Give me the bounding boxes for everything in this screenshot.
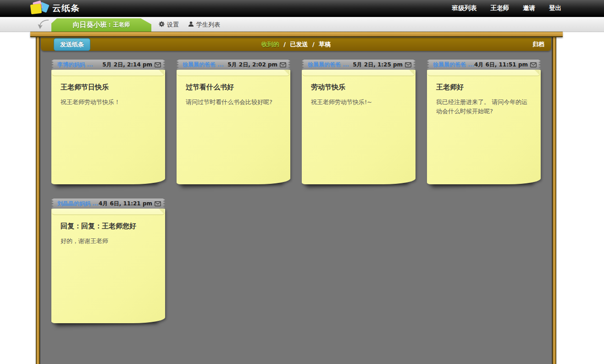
- notes-board: 李博的妈妈 ... 5月 2日, 2:14 pm 王老师节日快乐 祝王老师劳动节…: [40, 51, 552, 364]
- tab-settings[interactable]: 设置: [159, 17, 179, 32]
- note-filters: 收到的 / 已发送 / 草稿: [261, 40, 331, 49]
- filter-received[interactable]: 收到的: [261, 41, 279, 48]
- back-arrow-icon[interactable]: [37, 18, 50, 31]
- note-pad-strip: [52, 70, 165, 76]
- note-body[interactable]: 回复：回复：王老师您好 好的，谢谢王老师: [51, 209, 165, 323]
- class-tab-name: 向日葵小班: [73, 21, 107, 29]
- note-pad-strip: [177, 70, 290, 76]
- envelope-icon[interactable]: [280, 62, 286, 67]
- note-card: 徐晨晨的爸爸 ... 5月 2日, 1:25 pm 劳动节快乐 祝王老师劳动节快…: [302, 60, 416, 184]
- envelope-icon[interactable]: [155, 201, 161, 206]
- note-text: 好的，谢谢王老师: [51, 231, 165, 246]
- note-text: 祝王老师劳动节快乐！: [51, 92, 165, 107]
- filter-draft[interactable]: 草稿: [319, 41, 331, 48]
- note-header: 李博的妈妈 ... 5月 2日, 2:14 pm: [51, 60, 165, 70]
- note-title: 过节看什么书好: [177, 76, 290, 92]
- note-sender-link[interactable]: 徐晨晨的爸爸 ...: [183, 61, 224, 69]
- note-sender-link[interactable]: 刘晶晶的妈妈 ...: [57, 200, 99, 208]
- board-frame-top: [30, 32, 563, 37]
- note-sender-link[interactable]: 徐晨晨的爸爸 ...: [308, 61, 349, 69]
- sticky-notes-logo-icon: [29, 1, 50, 16]
- note-text: 祝王老师劳动节快乐!~: [302, 92, 416, 107]
- tab-student-list[interactable]: 学生列表: [188, 17, 220, 32]
- note-sender-link[interactable]: 徐晨晨的爸爸 ...: [433, 61, 474, 69]
- app-title: 云纸条: [52, 2, 80, 14]
- board-frame-right: [552, 37, 556, 364]
- note-header: 徐晨晨的爸爸 ... 5月 2日, 1:25 pm: [302, 60, 416, 70]
- note-title: 劳动节快乐: [302, 76, 416, 92]
- archive-link[interactable]: 归档: [532, 40, 544, 49]
- note-body[interactable]: 王老师节日快乐 祝王老师劳动节快乐！: [51, 70, 165, 184]
- nav-logout-link[interactable]: 登出: [549, 4, 561, 12]
- note-title: 王老师节日快乐: [51, 76, 165, 92]
- note-body[interactable]: 过节看什么书好 请问过节时看什么书会比较好呢?: [177, 70, 290, 184]
- gear-icon: [159, 21, 165, 28]
- brand-home-link[interactable]: 云纸条: [29, 1, 80, 16]
- nav-invite-link[interactable]: 邀请: [523, 4, 535, 12]
- nav-class-list-link[interactable]: 班级列表: [452, 4, 477, 12]
- note-date: 4月 6日, 11:21 pm: [99, 200, 152, 208]
- tab-bar: 向日葵小班 : 王老师 设置 学生列表: [0, 17, 604, 32]
- note-card: 李博的妈妈 ... 5月 2日, 2:14 pm 王老师节日快乐 祝王老师劳动节…: [51, 60, 165, 184]
- board-frame-left: [36, 37, 40, 364]
- note-header: 徐晨晨的爸爸 ... 4月 6日, 11:51 pm: [427, 60, 541, 70]
- person-icon: [188, 21, 194, 28]
- note-card: 徐晨晨的爸爸 ... 5月 2日, 2:02 pm 过节看什么书好 请问过节时看…: [177, 60, 290, 184]
- note-date: 5月 2日, 2:14 pm: [102, 61, 152, 69]
- note-header: 徐晨晨的爸爸 ... 5月 2日, 2:02 pm: [177, 60, 290, 70]
- note-header: 刘晶晶的妈妈 ... 4月 6日, 11:21 pm: [51, 199, 165, 209]
- filter-sent[interactable]: 已发送: [290, 41, 308, 48]
- app-window: 云纸条 班级列表 王老师 邀请 登出 向日葵小班 : 王老师: [0, 0, 604, 364]
- note-sender-link[interactable]: 李博的妈妈 ...: [57, 61, 93, 69]
- logo-sheet-yellow: [30, 4, 42, 15]
- tab-class-active[interactable]: 向日葵小班 : 王老师: [51, 18, 151, 32]
- note-title: 王老师好: [427, 76, 541, 92]
- note-pad-strip: [52, 209, 165, 215]
- filter-separator: /: [283, 41, 286, 48]
- note-text: 我已经注册进来了。 请问今年的运动会什么时候开始呢?: [427, 92, 541, 116]
- note-card: 徐晨晨的爸爸 ... 4月 6日, 11:51 pm 王老师好 我已经注册进来了…: [427, 60, 541, 184]
- send-note-button[interactable]: 发送纸条: [54, 38, 90, 51]
- note-card: 刘晶晶的妈妈 ... 4月 6日, 11:21 pm 回复：回复：王老师您好 好…: [51, 199, 165, 323]
- notes-board-area: 发送纸条 收到的 / 已发送 / 草稿 归档 李博的妈妈 ... 5月 2日, …: [40, 37, 552, 364]
- note-date: 4月 6日, 11:51 pm: [474, 61, 528, 69]
- top-navigation: 班级列表 王老师 邀请 登出: [438, 4, 604, 12]
- envelope-icon[interactable]: [530, 62, 537, 67]
- envelope-icon[interactable]: [155, 62, 161, 67]
- note-body[interactable]: 王老师好 我已经注册进来了。 请问今年的运动会什么时候开始呢?: [427, 70, 541, 184]
- note-pad-strip: [427, 70, 540, 76]
- class-tab-teacher: : 王老师: [109, 21, 130, 29]
- nav-username-link[interactable]: 王老师: [491, 4, 510, 12]
- filter-separator: /: [312, 41, 315, 48]
- note-text: 请问过节时看什么书会比较好呢?: [177, 92, 290, 107]
- settings-label: 设置: [167, 21, 179, 29]
- note-body[interactable]: 劳动节快乐 祝王老师劳动节快乐!~: [302, 70, 416, 184]
- envelope-icon[interactable]: [405, 62, 411, 67]
- note-date: 5月 2日, 2:02 pm: [227, 61, 277, 69]
- students-label: 学生列表: [196, 21, 220, 29]
- note-date: 5月 2日, 1:25 pm: [353, 61, 403, 69]
- board-toolbar: 发送纸条 收到的 / 已发送 / 草稿 归档: [41, 38, 551, 51]
- top-header-bar: 云纸条 班级列表 王老师 邀请 登出: [0, 0, 604, 17]
- note-pad-strip: [302, 70, 415, 76]
- note-title: 回复：回复：王老师您好: [51, 215, 165, 231]
